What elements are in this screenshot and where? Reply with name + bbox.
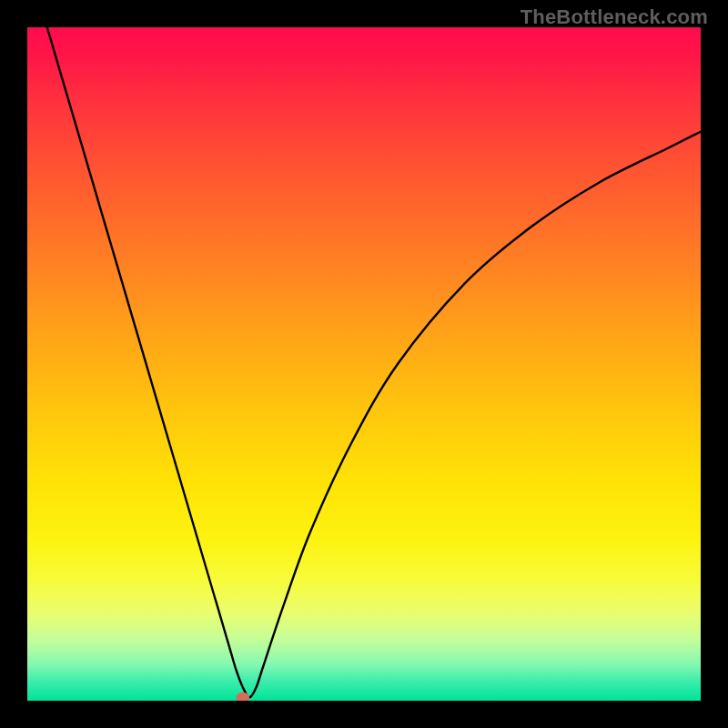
watermark-text: TheBottleneck.com: [521, 5, 708, 29]
curve-svg: [27, 27, 701, 701]
bottleneck-curve-path: [27, 27, 701, 697]
chart-container: TheBottleneck.com: [0, 0, 728, 728]
plot-area: [27, 27, 701, 701]
minimum-marker: [237, 693, 249, 701]
